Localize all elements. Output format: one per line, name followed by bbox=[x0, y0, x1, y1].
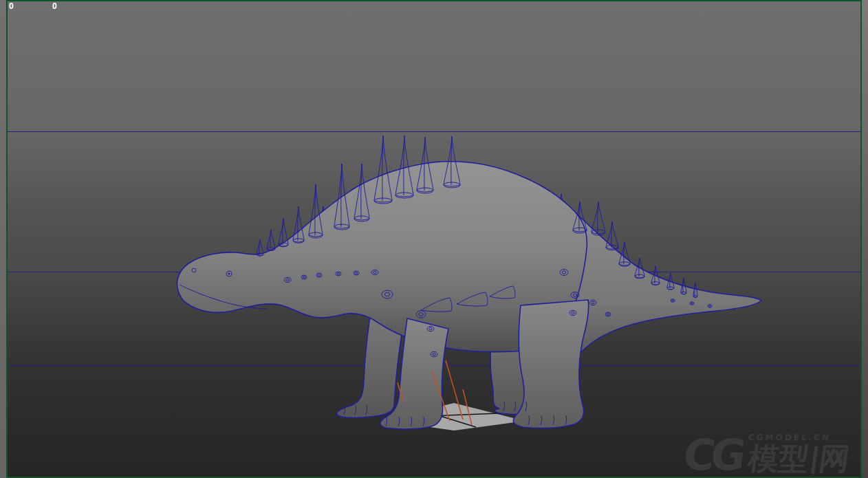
hud-counter-right: 0 bbox=[52, 1, 57, 11]
application-window: CG CGMODEL.CN 模型 网 bbox=[0, 0, 868, 478]
tail bbox=[568, 206, 761, 367]
scene-canvas[interactable] bbox=[0, 0, 868, 478]
dinosaur-model[interactable] bbox=[177, 135, 762, 429]
hud-counter-left: 0 bbox=[9, 1, 14, 11]
eye-pupil bbox=[228, 272, 230, 274]
